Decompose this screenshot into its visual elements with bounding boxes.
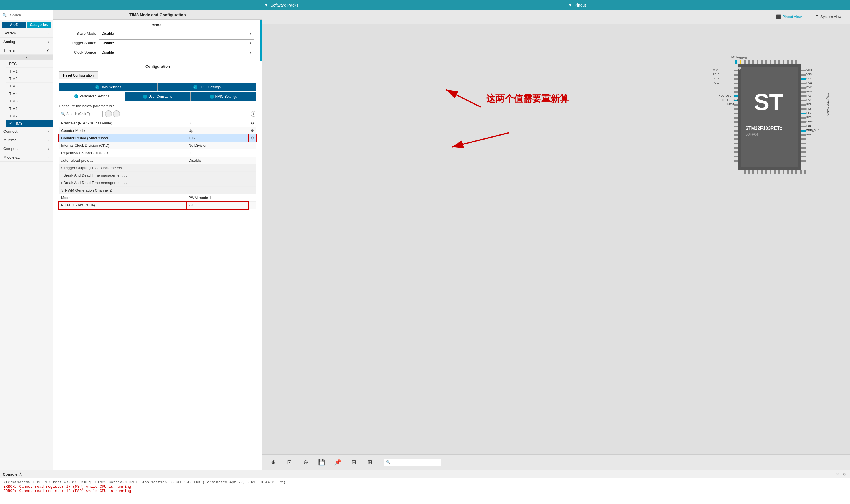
sidebar-search-area: 🔍 [0, 10, 53, 20]
chevron-right-icon: › [48, 130, 49, 133]
fit-screen-button[interactable]: ⊡ [284, 457, 295, 467]
sidebar-sub-tim7[interactable]: TIM7 [6, 112, 53, 120]
tab-parameter-settings[interactable]: ✓ Parameter Settings [59, 92, 125, 101]
zoom-out-button[interactable]: ⊖ [300, 457, 311, 467]
software-packs-label: Software Packs [270, 3, 298, 7]
sidebar-sub-tim6[interactable]: TIM6 [6, 105, 53, 112]
sidebar-search-input[interactable] [8, 12, 48, 18]
sidebar-sub-tim5[interactable]: TIM5 [6, 97, 53, 105]
categories-button[interactable]: Categories [27, 21, 51, 28]
split-v-button[interactable]: ⊟ [349, 457, 359, 467]
params-search-input[interactable] [66, 112, 101, 116]
sidebar-item-system[interactable]: System... › [0, 29, 53, 38]
svg-point-91 [738, 67, 741, 70]
sidebar-sub-tim1[interactable]: TIM1 [6, 68, 53, 75]
software-packs-menu[interactable]: ▼ Software Packs [264, 3, 298, 7]
svg-text:PB13: PB13 [807, 129, 813, 131]
svg-rect-52 [734, 126, 738, 127]
save-button[interactable]: 💾 [316, 457, 327, 467]
svg-rect-16 [774, 60, 776, 64]
svg-rect-27 [757, 170, 759, 174]
slave-mode-label: Slave Mode [59, 31, 96, 36]
gear-icon[interactable] [248, 157, 256, 164]
console-content: <terminated> TIM3_PC7_test_ws2812 Debug … [0, 479, 850, 504]
param-value[interactable]: 0 [186, 149, 248, 157]
svg-text:PA11: PA11 [807, 86, 812, 89]
trigger-source-select[interactable]: Disable [99, 39, 254, 47]
mode-row-clock: Clock Source Disable [59, 49, 254, 56]
table-row: auto-reload preload Disable [59, 157, 256, 164]
tab-system-view[interactable]: ⊞ System view [811, 13, 845, 21]
table-row-section-break1[interactable]: ›Break And Dead Time management ... [59, 172, 256, 179]
gear-icon[interactable]: ⚙ [248, 120, 256, 127]
chevron-right-icon: › [48, 40, 49, 43]
clock-source-select[interactable]: Disable [99, 49, 254, 56]
svg-text:PB15: PB15 [807, 120, 813, 123]
gear-icon[interactable] [248, 201, 256, 209]
sidebar-sub-tim2[interactable]: TIM2 [6, 75, 53, 83]
svg-rect-57 [734, 147, 738, 149]
svg-rect-79 [801, 147, 805, 149]
az-button[interactable]: A->Z [2, 21, 26, 28]
param-value[interactable]: 78 [186, 201, 248, 209]
param-name: Pulse (16 bits value) [59, 201, 186, 209]
timer-sub-list: RTC TIM1 TIM2 TIM3 TIM4 TIM5 TIM6 TIM7 ✔… [0, 60, 53, 127]
svg-rect-18 [783, 60, 784, 64]
prev-arrow-button[interactable]: ← [105, 110, 112, 117]
pinout-menu[interactable]: ▼ Pinout [568, 3, 586, 7]
sidebar-item-computing[interactable]: Computi... › [0, 144, 53, 153]
table-row-section-break2[interactable]: ›Break And Dead Time management ... [59, 179, 256, 187]
tab-gpio-settings[interactable]: ✓ GPIO Settings [158, 83, 257, 91]
sidebar-item-connect[interactable]: Connect... › [0, 127, 53, 136]
tab-pinout-view[interactable]: ⬛ Pinout view [772, 13, 805, 21]
gear-icon[interactable] [248, 149, 256, 157]
sidebar-item-analog[interactable]: Analog › [0, 38, 53, 46]
reset-configuration-button[interactable]: Reset Configuration [59, 71, 98, 79]
toolbar-search-input[interactable] [392, 460, 438, 465]
info-icon[interactable]: ℹ [251, 111, 256, 117]
param-value[interactable]: PWM mode 1 [186, 194, 248, 201]
sidebar-item-multimedia[interactable]: Multime... › [0, 136, 53, 144]
check-circle-icon: ✓ [193, 85, 197, 89]
sidebar-sub-tim4[interactable]: TIM4 [6, 90, 53, 97]
scroll-up-arrow[interactable]: ▲ [0, 55, 53, 60]
gear-icon[interactable]: ⚙ [248, 127, 256, 134]
sidebar-item-middleware[interactable]: Middlew... › [0, 153, 53, 162]
console-minimize-button[interactable]: — [828, 471, 833, 477]
sidebar-sub-rtc[interactable]: RTC [6, 60, 53, 68]
gear-icon[interactable] [248, 142, 256, 149]
split-h-button[interactable]: ⊞ [365, 457, 375, 467]
table-row-section-trgo[interactable]: ›Trigger Output (TRGO) Parameters [59, 164, 256, 172]
sidebar-item-timers[interactable]: Timers ∨ [0, 46, 53, 55]
svg-rect-33 [783, 170, 784, 174]
param-value[interactable]: Up [186, 127, 248, 134]
table-row-section-pwm[interactable]: ∨PWM Generation Channel 2 [59, 187, 256, 194]
sidebar-sub-tim8[interactable]: ✔ TIM8 [6, 120, 53, 127]
gear-icon[interactable] [248, 194, 256, 201]
main-layout: 🔍 A->Z Categories System... › Analog › T… [0, 10, 850, 470]
param-value[interactable]: 105 [186, 134, 248, 142]
chevron-down-icon: ▼ [568, 3, 572, 7]
svg-text:PC13: PC13 [713, 73, 720, 76]
svg-rect-73 [801, 121, 805, 123]
param-value[interactable]: Disable [186, 157, 248, 164]
zoom-in-button[interactable]: ⊕ [268, 457, 279, 467]
gear-icon[interactable]: ⚙ [248, 134, 256, 142]
param-value[interactable]: No Division [186, 142, 248, 149]
console-close-button[interactable]: ✕ [834, 471, 840, 477]
pin-button[interactable]: 📌 [333, 457, 343, 467]
tab-user-constants[interactable]: ✓ User Constants [125, 92, 191, 101]
table-row-pulse: Pulse (16 bits value) 78 [59, 201, 256, 209]
svg-text:VSS: VSS [743, 57, 747, 59]
mode-row-slave: Slave Mode Disable [59, 30, 254, 37]
svg-text:ST: ST [754, 89, 783, 115]
sidebar-sub-tim3[interactable]: TIM3 [6, 83, 53, 90]
slave-mode-select[interactable]: Disable [99, 30, 254, 37]
param-value[interactable]: 0 [186, 120, 248, 127]
svg-rect-12 [757, 60, 759, 64]
next-arrow-button[interactable]: → [113, 110, 120, 117]
tab-nvic-settings[interactable]: ✓ NVIC Settings [191, 92, 256, 101]
console-settings-button[interactable]: ⚙ [842, 471, 847, 477]
config-section: Configuration Reset Configuration ✓ DMA … [53, 61, 262, 470]
tab-dma-settings[interactable]: ✓ DMA Settings [59, 83, 158, 91]
